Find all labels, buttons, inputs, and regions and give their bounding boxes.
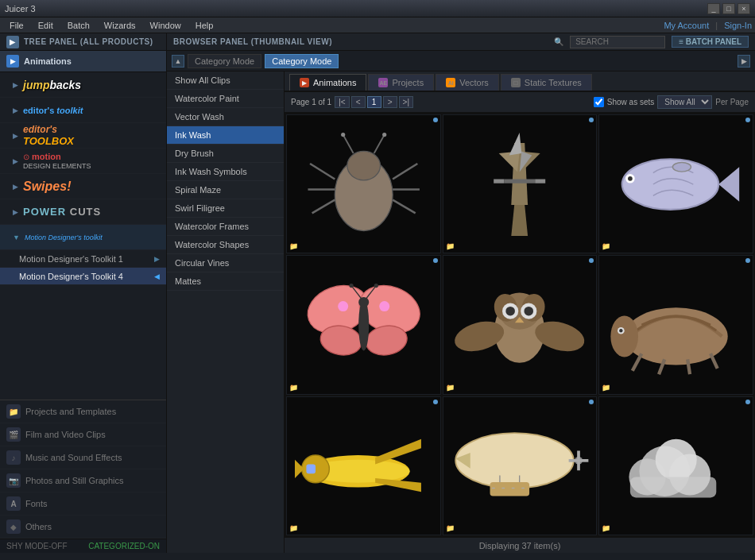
cat-circular-vines[interactable]: Circular Vines [167,254,284,272]
thumb-butterfly[interactable]: 📁 [286,255,441,394]
nav-next[interactable]: > [383,96,397,108]
nav-others[interactable]: ◆ Others [0,516,166,539]
tab-animations[interactable]: ▶ Animations [289,74,366,91]
svg-line-53 [687,359,690,374]
svg-rect-65 [490,483,530,496]
brand-mdt[interactable]: ▼ Motion Designer's toolkit [0,225,166,250]
brand-editors-toolbox[interactable]: ▶ editor'sTOOLBOX [0,123,166,149]
cat-show-all[interactable]: Show All Clips [167,71,284,90]
plane-thumbnail [295,404,432,527]
nav-photos[interactable]: 📷 Photos and Still Graphics [0,469,166,492]
thumb-indicator [589,118,594,122]
nav-label: Fonts [25,499,48,508]
menu-window[interactable]: Window [144,19,188,32]
close-button[interactable]: × [738,3,750,14]
svg-marker-63 [295,460,304,478]
nav-fonts[interactable]: A Fonts [0,492,166,516]
search-input[interactable] [570,36,665,48]
nav-music[interactable]: ♪ Music and Sound Effects [0,446,166,469]
cat-ink-wash-symbols[interactable]: Ink Wash Symbols [167,163,284,181]
folder-icon: 📁 [602,384,610,392]
sub-item-mdt4[interactable]: Motion Designer's Toolkit 4 ◀ [0,268,166,285]
cat-vector-wash[interactable]: Vector Wash [167,108,284,126]
show-all-select[interactable]: Show All [657,95,712,109]
brand-list: ▶ jumpbacks ▶ editor's toolkit ▶ editor'… [0,72,166,400]
thumb-blimp[interactable]: 📁 [443,396,598,535]
batch-panel-button[interactable]: ≡ BATCH PANEL [672,36,749,48]
per-page-label: Per Page [715,98,749,106]
tab-projects[interactable]: AE Projects [368,74,434,91]
blimp-thumbnail [451,404,588,527]
svg-line-51 [633,353,642,371]
category-mode-active[interactable]: Category Mode [265,54,339,68]
thumb-indicator [589,258,594,263]
thumb-bug[interactable]: 📁 [286,114,441,253]
cat-watercolor-frames[interactable]: Watercolor Frames [167,218,284,236]
category-bar-left-arrow[interactable]: ▲ [172,55,184,68]
menu-batch[interactable]: Batch [61,19,96,32]
tab-static[interactable]: □ Static Textures [501,74,592,91]
brand-label: jumpbacks [23,79,81,91]
brand-jumpbacks[interactable]: ▶ jumpbacks [0,72,166,98]
brand-editors-toolkit[interactable]: ▶ editor's toolkit [0,98,166,123]
animations-section-header[interactable]: ▶ Animations [0,51,166,72]
tab-bar: ▶ Animations AE Projects Ai Vectors □ St… [285,71,755,92]
svg-point-44 [506,307,516,316]
category-bar-right-arrow[interactable]: ▶ [738,55,750,68]
cat-swirl-filigree[interactable]: Swirl Filigree [167,199,284,218]
menu-file[interactable]: File [3,19,30,32]
content-area: ▶ Animations ▶ jumpbacks ▶ editor's tool… [0,51,755,553]
category-mode-label[interactable]: Category Mode [188,54,261,68]
page-nav: |< < 1 > >| [335,96,413,108]
nav-first[interactable]: |< [335,96,349,108]
svg-marker-16 [509,133,522,156]
my-account-link[interactable]: My Account [664,21,709,30]
animations-icon: ▶ [6,55,19,68]
svg-line-9 [374,134,384,153]
nav-label: Music and Sound Effects [25,453,122,462]
thumb-windmill[interactable]: 📁 [443,114,598,253]
window-controls[interactable]: _ □ × [707,3,750,14]
tree-panel-arrow[interactable]: ▶ [6,36,19,48]
sign-in-link[interactable]: Sign-In [724,21,752,30]
nav-current[interactable]: 1 [367,96,381,108]
thumb-indicator [589,400,594,404]
brand-label: Motion Designer's toolkit [25,234,103,241]
brand-motion-design[interactable]: ▶ ⊙ motion DESIGN ELEMENTS [0,149,166,174]
svg-point-45 [525,307,534,316]
displaying-count: Displaying 37 item(s) [479,541,561,550]
menu-wizards[interactable]: Wizards [98,19,142,32]
cat-spiral-maze[interactable]: Spiral Maze [167,181,284,199]
static-tab-icon: □ [511,78,521,87]
category-list: Show All Clips Watercolor Paint Vector W… [167,71,285,553]
cat-mattes[interactable]: Mattes [167,272,284,291]
cat-watercolor-shapes[interactable]: Watercolor Shapes [167,236,284,254]
cat-ink-wash[interactable]: Ink Wash [167,126,284,145]
thumb-indicator [745,400,750,404]
others-icon: ◆ [6,519,21,534]
nav-last[interactable]: >| [399,96,413,108]
thumb-armadillo[interactable]: 📁 [598,255,753,394]
animations-tab-icon: ▶ [300,78,309,87]
arrow-icon: ▶ [13,132,18,140]
nav-film[interactable]: 🎬 Film and Video Clips [0,423,166,446]
show-as-sets-checkbox[interactable] [594,97,604,107]
cloud-thumbnail [607,404,745,527]
nav-projects[interactable]: 📁 Projects and Templates [0,400,166,423]
maximize-button[interactable]: □ [722,3,735,14]
thumb-owl[interactable]: 📁 [443,255,598,394]
menu-edit[interactable]: Edit [32,19,60,32]
brand-swipes[interactable]: ▶ Swipes! [0,174,166,199]
cat-dry-brush[interactable]: Dry Brush [167,145,284,163]
thumb-fish[interactable]: 📁 [598,114,753,253]
sub-item-mdt1[interactable]: Motion Designer's Toolkit 1 ▶ [0,250,166,268]
arrow-icon: ▶ [13,157,18,165]
brand-power-cuts[interactable]: ▶ POWER CUTS [0,199,166,225]
cat-watercolor-paint[interactable]: Watercolor Paint [167,90,284,108]
minimize-button[interactable]: _ [707,3,720,14]
thumb-cloud[interactable]: 📁 [598,396,753,535]
tab-vectors[interactable]: Ai Vectors [436,74,499,91]
menu-help[interactable]: Help [189,19,220,32]
nav-prev[interactable]: < [351,96,366,108]
thumb-plane[interactable]: 📁 [286,396,441,535]
